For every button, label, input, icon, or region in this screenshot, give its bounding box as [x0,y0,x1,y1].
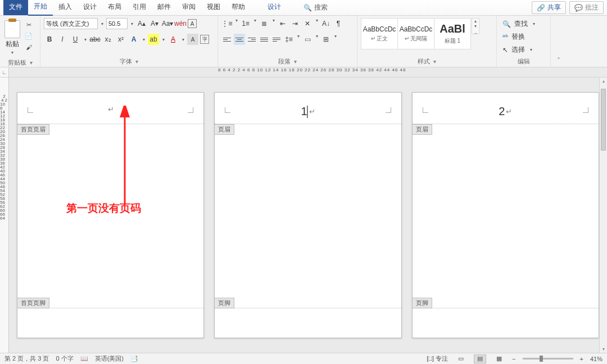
justify-button[interactable] [259,34,270,45]
copy-button[interactable]: 📄 [24,31,34,40]
highlight-button[interactable]: ab [148,34,159,45]
sort-button[interactable]: A↓ [320,18,332,29]
web-layout-button[interactable]: ▦ [493,354,505,363]
vertical-scrollbar[interactable]: ▴ ▾ [599,78,607,353]
style-heading-1[interactable]: AaBl 标题 1 [434,18,471,49]
chevron-down-icon[interactable]: ▾ [314,18,319,29]
tab-home[interactable]: 开始 [28,0,53,16]
page-3[interactable]: 2↵ 页眉 页脚 [412,92,599,338]
styles-scroll[interactable]: ▴▾⎯ [472,18,479,34]
style-normal[interactable]: AaBbCcDc ↵ 正文 [361,18,398,49]
styles-launcher[interactable]: ▾ [433,58,436,65]
chevron-down-icon[interactable]: ▾ [271,18,276,29]
paste-button[interactable]: 粘贴 ▾ [3,18,21,57]
borders-button[interactable]: ⊞ [320,34,332,45]
chevron-down-icon[interactable]: ▾ [161,37,166,42]
footer-region[interactable] [413,308,599,308]
ribbon-collapse[interactable]: ˄ [551,16,567,67]
chevron-down-icon[interactable]: ▾ [180,37,185,42]
tab-design[interactable]: 设计 [78,0,102,15]
footer-region[interactable] [215,308,401,308]
char-shading-button[interactable]: A [187,34,198,45]
page-indicator[interactable]: 第 2 页，共 3 页 [4,354,49,363]
read-mode-button[interactable]: ▭ [455,354,467,363]
zoom-slider[interactable] [523,358,573,360]
align-center-button[interactable] [234,34,245,45]
chevron-down-icon[interactable]: ▾ [83,37,88,42]
paragraph-launcher[interactable]: ▾ [294,58,297,65]
zoom-out-button[interactable]: − [512,356,515,362]
word-count[interactable]: 0 个字 [56,354,73,363]
superscript-button[interactable]: x² [115,34,126,45]
scroll-thumb[interactable] [601,89,606,151]
italic-button[interactable]: I [57,34,68,45]
search-box[interactable]: 🔍 搜索 [304,3,328,12]
font-launcher[interactable]: ▾ [135,58,138,65]
clipboard-launcher[interactable]: ▾ [30,60,33,66]
share-button[interactable]: 🔗 共享 [532,1,566,14]
subscript-button[interactable]: x₂ [102,34,114,45]
text-effects-button[interactable]: A [128,34,139,45]
chevron-down-icon[interactable]: ▾ [314,34,319,45]
page-2[interactable]: 1↵ 页眉 页脚 [214,92,401,338]
shrink-font-button[interactable]: A▾ [149,18,160,29]
align-left-button[interactable] [221,34,233,45]
style-no-spacing[interactable]: AaBbCcDc ↵ 无间隔 [397,18,434,49]
zoom-level[interactable]: 41% [590,356,603,362]
distributed-button[interactable] [271,34,282,45]
ruler-vertical[interactable]: 24 210 814 1218 1622 2026 2430 2834 3238… [0,78,9,353]
shading-button[interactable]: ▭ [302,34,313,45]
phonetic-button[interactable]: wén [175,18,186,29]
multilevel-list-button[interactable]: ≣ [259,18,270,29]
scroll-down-icon[interactable]: ▾ [600,347,607,352]
text-direction-button[interactable]: ✕ [302,18,313,29]
chevron-down-icon[interactable]: ▾ [141,37,146,42]
chevron-down-icon[interactable]: ▾ [129,21,134,26]
align-right-button[interactable] [246,34,257,45]
tab-file[interactable]: 文件 [3,0,28,15]
font-color-button[interactable]: A [167,34,179,45]
language-indicator[interactable]: 英语(美国) [95,354,124,363]
accessibility-icon[interactable]: 📑 [130,355,138,362]
chevron-down-icon[interactable]: ▾ [234,18,239,29]
underline-button[interactable]: U [70,34,81,45]
proofing-icon[interactable]: 📖 [80,355,88,362]
tab-insert[interactable]: 插入 [53,0,78,15]
bullets-button[interactable]: ⋮≡ [221,18,233,29]
show-marks-button[interactable]: ¶ [333,18,344,29]
decrease-indent-button[interactable]: ⇤ [277,18,288,29]
font-size-select[interactable]: 50.5 [106,18,128,29]
tab-review[interactable]: 审阅 [176,0,201,15]
tab-references[interactable]: 引用 [127,0,152,15]
numbering-button[interactable]: 1≡ [240,18,251,29]
scroll-up-icon[interactable]: ▴ [600,79,607,84]
select-button[interactable]: ↖选择▾ [500,44,536,56]
enclose-char-button[interactable]: 字 [200,35,209,44]
change-case-button[interactable]: Aa▾ [162,18,173,29]
page-1[interactable]: ↵ 首页页眉 首页页脚 [17,92,204,338]
comments-button[interactable]: 💬 批注 [569,1,604,14]
chevron-down-icon[interactable]: ▾ [296,34,301,45]
chevron-down-icon[interactable]: ▾ [99,21,105,26]
tab-layout[interactable]: 布局 [102,0,127,15]
increase-indent-button[interactable]: ⇥ [289,18,301,29]
chevron-down-icon[interactable]: ▾ [252,18,257,29]
bold-button[interactable]: B [44,34,55,45]
tab-view[interactable]: 视图 [201,0,226,15]
cut-button[interactable]: ✂ [24,20,34,29]
font-name-select[interactable]: 等线 (西文正文) [44,18,98,29]
strikethrough-button[interactable]: abc [89,34,101,45]
ruler-horizontal[interactable]: ∟ 8 6 4 2 2 4 6 8 10 12 14 16 18 20 22 2… [0,67,607,78]
char-border-button[interactable]: A [188,19,197,28]
print-layout-button[interactable]: ▤ [474,354,486,363]
tab-help[interactable]: 帮助 [226,0,251,15]
tab-contextual-design[interactable]: 设计 [262,0,287,15]
chevron-down-icon[interactable]: ▾ [333,34,338,45]
grow-font-button[interactable]: A▴ [136,18,147,29]
replace-button[interactable]: ᵃᵇ替换 [500,31,527,43]
line-spacing-button[interactable]: ‡≡ [283,34,295,45]
focus-mode-button[interactable]: [□] 专注 [427,354,448,363]
find-button[interactable]: 🔍查找▾ [500,18,538,30]
tab-mailings[interactable]: 邮件 [152,0,176,15]
format-painter-button[interactable]: 🖌 [24,43,34,52]
